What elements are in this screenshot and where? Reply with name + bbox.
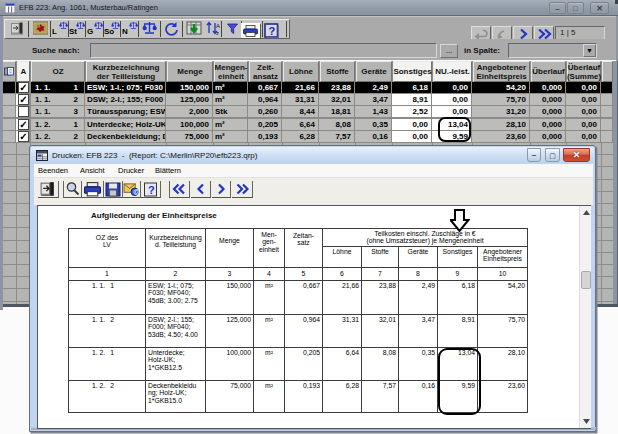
svg-text:A: A: [216, 23, 220, 29]
svg-text:?: ?: [148, 183, 155, 195]
svg-text:@: @: [133, 187, 140, 196]
svg-text:z: z: [216, 30, 219, 36]
svg-text:?: ?: [269, 25, 276, 37]
